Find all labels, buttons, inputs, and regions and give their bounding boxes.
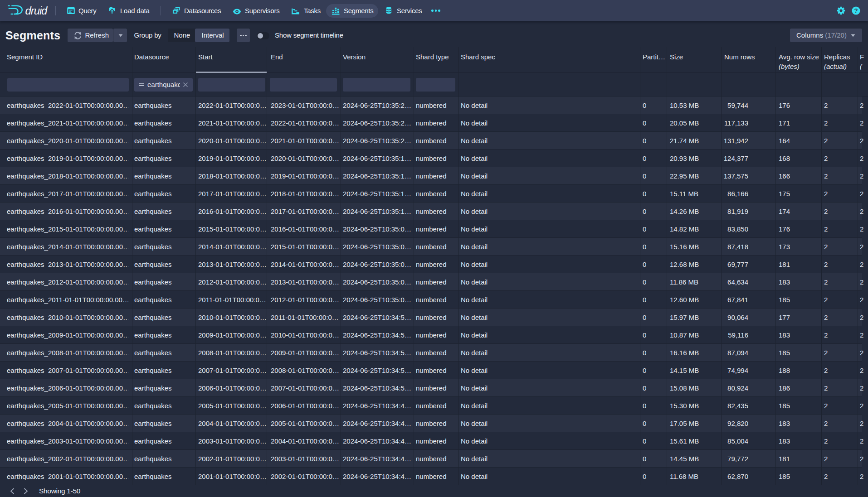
svg-text:?: ? [854,7,858,14]
